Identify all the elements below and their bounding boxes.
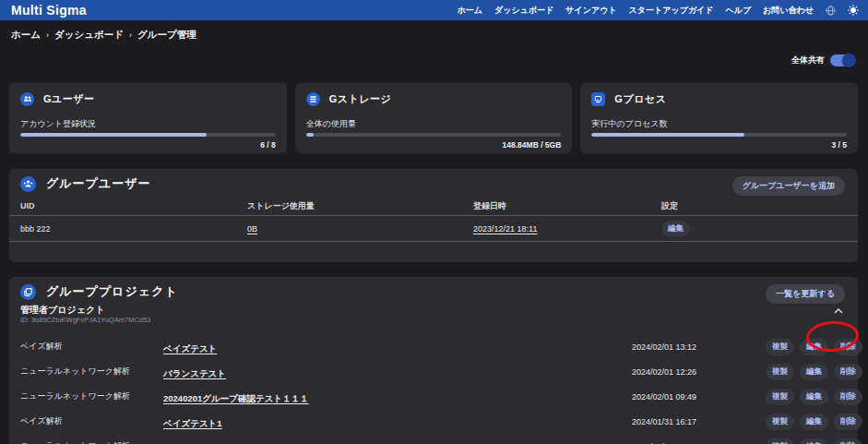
delete-button[interactable]: 削除 — [834, 414, 862, 430]
group-projects-card: グループプロジェクト 一覧を更新する 管理者プロジェクト ID: 3o89CZt… — [9, 277, 858, 444]
group-user-row: bbb 222 0B 2023/12/21 18:11 編集 — [9, 216, 858, 241]
project-type: ニューラルネットワーク解析 — [20, 366, 163, 378]
stat-card-title: Gユーザー — [43, 92, 95, 106]
top-navbar: Multi Sigma ホーム ダッシュボード サインアウト スタートアップガイ… — [0, 0, 868, 20]
delete-button[interactable]: 削除 — [834, 438, 862, 444]
navbar-links: ホーム ダッシュボード サインアウト スタートアップガイド ヘルプ お問い合わせ — [458, 5, 859, 17]
stat-card-label: アカウント登録状況 — [20, 118, 276, 130]
breadcrumb-dashboard[interactable]: ダッシュボード — [54, 29, 124, 42]
breadcrumb: ホーム › ダッシュボード › グループ管理 — [0, 20, 868, 43]
add-group-user-button[interactable]: グループユーザーを追加 — [732, 176, 845, 196]
delete-button[interactable]: 削除 — [834, 339, 862, 355]
stat-card-users: Gユーザー アカウント登録状況 6 / 8 — [9, 83, 287, 153]
duplicate-button[interactable]: 複製 — [766, 414, 794, 430]
stat-card-title: Gストレージ — [329, 92, 392, 106]
stat-card-label: 全体の使用量 — [306, 118, 562, 130]
project-name-link[interactable]: ベイズテスト1 — [163, 418, 222, 428]
edit-button[interactable]: 編集 — [800, 414, 828, 430]
duplicate-button[interactable]: 複製 — [766, 364, 794, 380]
edit-button[interactable]: 編集 — [800, 364, 828, 380]
stat-card-storage: Gストレージ 全体の使用量 148.84MB / 5GB — [295, 83, 573, 153]
duplicate-button[interactable]: 複製 — [766, 389, 794, 405]
progress-bar — [20, 133, 276, 137]
app-logo[interactable]: Multi Sigma — [11, 3, 87, 18]
stat-card-value: 3 / 5 — [591, 140, 847, 150]
col-settings: 設定 — [661, 197, 847, 215]
project-row: ベイズ解析 ベイズテスト 2024/02/01 13:12 複製 編集 削除 — [9, 334, 858, 359]
col-uid: UID — [20, 197, 247, 215]
edit-button[interactable]: 編集 — [800, 389, 828, 405]
stat-card-process: Gプロセス 実行中のプロセス数 3 / 5 — [580, 83, 858, 153]
project-list: ベイズ解析 ベイズテスト 2024/02/01 13:12 複製 編集 削除 ニ… — [9, 334, 858, 444]
toggle-knob — [842, 54, 856, 67]
share-toggle-label: 全体共有 — [791, 54, 825, 66]
group-users-icon — [20, 176, 36, 192]
stat-card-value: 148.84MB / 5GB — [306, 140, 562, 150]
nav-signout[interactable]: サインアウト — [565, 5, 616, 17]
stat-card-label: 実行中のプロセス数 — [591, 118, 847, 130]
duplicate-button[interactable]: 複製 — [766, 438, 794, 444]
group-users-card: グループユーザー グループユーザーを追加 UID ストレージ使用量 登録日時 設… — [9, 169, 858, 262]
storage-icon — [306, 92, 320, 106]
progress-bar — [591, 133, 847, 137]
project-row: ニューラルネットワーク解析 サンプルテスト 2024/01/31 13:58 複… — [9, 434, 858, 444]
sun-icon[interactable] — [848, 5, 859, 16]
process-icon — [591, 92, 605, 106]
user-registered-link[interactable]: 2023/12/21 18:11 — [473, 224, 661, 234]
project-date: 2024/01/31 16:17 — [632, 417, 766, 426]
group-users-title: グループユーザー — [46, 175, 151, 192]
nav-startup-guide[interactable]: スタートアップガイド — [629, 5, 714, 17]
nav-dashboard[interactable]: ダッシュボード — [494, 5, 553, 17]
user-uid: bbb 222 — [20, 224, 247, 234]
delete-button[interactable]: 削除 — [834, 389, 862, 405]
project-row: ニューラルネットワーク解析 バランステスト 2024/02/01 12:26 複… — [9, 359, 858, 384]
project-row: ニューラルネットワーク解析 20240201グループ確認テスト１１１ 2024/… — [9, 384, 858, 409]
stat-card-value: 6 / 8 — [20, 140, 276, 150]
project-name-link[interactable]: 20240201グループ確認テスト１１１ — [163, 393, 309, 403]
project-date: 2024/02/01 13:12 — [632, 342, 766, 352]
col-registered: 登録日時 — [473, 197, 661, 215]
project-row: ベイズ解析 ベイズテスト1 2024/01/31 16:17 複製 編集 削除 — [9, 409, 858, 434]
share-toggle-row: 全体共有 — [0, 52, 855, 68]
nav-home[interactable]: ホーム — [458, 5, 482, 17]
share-toggle[interactable] — [830, 54, 855, 66]
stat-card-title: Gプロセス — [614, 92, 666, 106]
group-projects-title: グループプロジェクト — [46, 283, 178, 300]
nav-contact[interactable]: お問い合わせ — [763, 5, 814, 17]
duplicate-button[interactable]: 複製 — [766, 339, 794, 355]
project-type: ベイズ解析 — [20, 415, 163, 427]
project-date: 2024/02/01 12:26 — [632, 367, 766, 377]
project-type: ニューラルネットワーク解析 — [20, 390, 163, 402]
project-name-link[interactable]: ベイズテスト — [163, 343, 217, 354]
project-name-link[interactable]: バランステスト — [163, 368, 226, 378]
project-type: ベイズ解析 — [20, 341, 163, 353]
breadcrumb-current: グループ管理 — [137, 29, 196, 42]
breadcrumb-home[interactable]: ホーム — [11, 29, 41, 42]
stat-cards-row: Gユーザー アカウント登録状況 6 / 8 Gストレージ 全体の使用量 148.… — [9, 83, 858, 153]
breadcrumb-separator: › — [129, 30, 132, 40]
project-type: ニューラルネットワーク解析 — [20, 440, 163, 444]
progress-bar — [306, 133, 562, 137]
col-storage: ストレージ使用量 — [247, 197, 473, 215]
admin-projects-subtitle: 管理者プロジェクト — [20, 305, 847, 316]
owner-id: ID: 3o89CZtuKWgFvPJA1YuQAm7MCd53 — [20, 316, 847, 325]
users-icon — [20, 92, 34, 106]
user-storage-link[interactable]: 0B — [247, 224, 473, 234]
nav-help[interactable]: ヘルプ — [726, 5, 752, 17]
group-projects-icon — [20, 284, 36, 300]
globe-icon[interactable] — [826, 6, 836, 16]
project-date: 2024/02/01 09:49 — [632, 392, 766, 402]
edit-button[interactable]: 編集 — [800, 339, 828, 355]
divider — [9, 241, 858, 242]
delete-button[interactable]: 削除 — [834, 364, 862, 380]
edit-button[interactable]: 編集 — [800, 438, 828, 444]
collapse-chevron-up-icon[interactable] — [834, 308, 843, 314]
breadcrumb-separator: › — [46, 30, 49, 40]
edit-user-button[interactable]: 編集 — [661, 221, 690, 237]
